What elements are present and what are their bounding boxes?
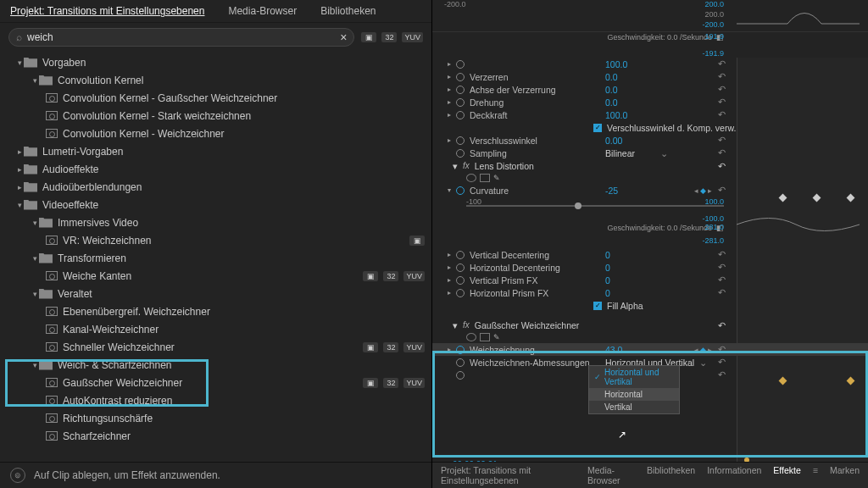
mask-pen-icon[interactable]: ✎ (493, 333, 500, 341)
stopwatch-icon[interactable] (456, 289, 465, 297)
search-clear-icon[interactable]: × (340, 30, 347, 44)
preset-vr-weich[interactable]: VR: Weichzeichnen▣ (0, 231, 431, 249)
dropdown-option[interactable]: Vertikal (589, 401, 679, 413)
reset-icon[interactable]: ↶ (718, 287, 726, 298)
mask-ellipse-icon[interactable] (466, 333, 476, 341)
checkbox-icon[interactable]: ✓ (593, 302, 602, 310)
prop-verzerren[interactable]: ▸Verzerren0.0↶ (432, 70, 868, 83)
prop-weich-dim[interactable]: Weichzeichnen-AbmessungenHorizontal und … (432, 356, 868, 369)
dropdown-option[interactable]: ✓Horizontal und Vertikal (589, 366, 679, 388)
folder-convolution-kernel[interactable]: ▾Convolution Kernel (0, 71, 431, 89)
panel-menu-icon[interactable]: ≡ (813, 465, 818, 485)
reset-icon[interactable]: ↶ (718, 84, 726, 95)
property-list[interactable]: ▸100.0↶ ▸Verzerren0.0↶ ▸Achse der Verzer… (432, 58, 868, 488)
tab-libraries[interactable]: Bibliotheken (647, 465, 695, 485)
prop-weichzeichnung[interactable]: ▸Weichzeichnung43.0◂ ◆ ▸↶ (432, 343, 868, 356)
chevron-down-icon[interactable]: ⌄ (660, 148, 668, 158)
preset-scharf[interactable]: Scharfzeichner (0, 427, 431, 445)
tab-media-browser[interactable]: Media-Browser (228, 3, 297, 19)
reset-icon[interactable]: ↶ (718, 320, 726, 330)
preset-conv-weich[interactable]: Convolution Kernel - Weichzeichner (0, 125, 431, 142)
preset-conv-stark[interactable]: Convolution Kernel - Stark weichzeichnen (0, 107, 431, 125)
slider-knob[interactable] (575, 202, 581, 209)
folder-lumetri[interactable]: ▸Lumetri-Vorgaben (0, 142, 431, 160)
tab-effects[interactable]: Effekte (773, 465, 801, 485)
stopwatch-icon[interactable] (456, 276, 465, 285)
stopwatch-icon[interactable] (456, 251, 465, 259)
search-box[interactable]: ⌕ × (8, 28, 354, 47)
preset-kanal[interactable]: Kanal-Weichzeichner (0, 320, 431, 338)
stopwatch-icon[interactable] (456, 60, 465, 69)
blur-dimensions-dropdown[interactable]: ✓Horizontal und Vertikal Horizontal Vert… (588, 365, 680, 414)
preset-gauss[interactable]: Gaußscher Weichzeichner▣32YUV (0, 374, 431, 391)
reset-icon[interactable]: ↶ (718, 185, 726, 196)
search-input[interactable] (27, 31, 340, 43)
reset-icon[interactable]: ↶ (718, 147, 726, 158)
stopwatch-icon[interactable] (456, 98, 465, 107)
badge-yuv[interactable]: YUV (402, 32, 423, 42)
folder-videofx[interactable]: ▾Videoeffekte (0, 196, 431, 214)
reset-icon[interactable]: ↶ (718, 344, 726, 355)
prop-unnamed[interactable]: ▸100.0↶ (432, 58, 868, 70)
preset-autokontrast[interactable]: AutoKontrast reduzieren (0, 391, 431, 409)
stopwatch-icon[interactable] (456, 371, 465, 380)
reset-icon[interactable]: ↶ (718, 71, 726, 82)
keyframe-nav[interactable]: ◂ ◆ ▸ (694, 346, 712, 354)
tab-media-browser[interactable]: Media-Browser (587, 465, 635, 485)
preset-ebenen[interactable]: Ebenenübergreif. Weichzeichner (0, 302, 431, 320)
preset-richtung[interactable]: Richtungsunschärfe (0, 409, 431, 427)
mask-ellipse-icon[interactable] (466, 174, 476, 182)
prop-achse[interactable]: ▸Achse der Verzerrung0.0↶ (432, 83, 868, 96)
stopwatch-icon[interactable] (456, 346, 465, 354)
chevron-down-icon[interactable]: ⌄ (699, 358, 707, 368)
dropdown-option[interactable]: Horizontal (589, 388, 679, 401)
prop-verschluss[interactable]: ▸Verschlusswinkel0.00↶ (432, 134, 868, 147)
mask-rect-icon[interactable] (480, 174, 490, 182)
reset-icon[interactable]: ↶ (718, 274, 726, 286)
stopwatch-icon[interactable] (456, 111, 465, 119)
mask-rect-icon[interactable] (480, 333, 490, 341)
folder-transform[interactable]: ▾Transformieren (0, 249, 431, 267)
reset-icon[interactable]: ↶ (718, 161, 726, 171)
effects-tree[interactable]: ▾Vorgaben ▾Convolution Kernel Convolutio… (0, 52, 431, 462)
badge-accelerated-icon[interactable]: ▣ (361, 32, 376, 42)
badge-32bit[interactable]: 32 (381, 32, 397, 42)
reset-icon[interactable]: ↶ (718, 369, 726, 380)
folder-audioblend[interactable]: ▸Audioüberblendungen (0, 178, 431, 196)
prop-horiz-decent[interactable]: ▸Horizontal Decentering0↶ (432, 261, 868, 274)
preset-schneller[interactable]: Schneller Weichzeichner▣32YUV (0, 338, 431, 356)
reset-icon[interactable]: ↶ (718, 357, 726, 368)
folder-vorgaben[interactable]: ▾Vorgaben (0, 53, 431, 71)
prop-horiz-prism[interactable]: ▸Horizontal Prism FX0↶ (432, 286, 868, 299)
curvature-range[interactable]: -100100.0 (432, 197, 868, 206)
reset-icon[interactable]: ↶ (718, 249, 726, 260)
keyframe-nav[interactable]: ◂ ◆ ▸ (694, 186, 712, 195)
stopwatch-icon[interactable] (456, 86, 465, 94)
curvature-slider[interactable] (466, 205, 724, 207)
stopwatch-icon[interactable] (456, 73, 465, 81)
reset-icon[interactable]: ↶ (718, 97, 726, 108)
prop-curvature[interactable]: ▾Curvature-25◂ ◆ ▸↶ (432, 184, 868, 197)
tab-libraries[interactable]: Bibliotheken (320, 3, 376, 19)
stopwatch-icon[interactable] (456, 149, 465, 158)
mask-pen-icon[interactable]: ✎ (493, 174, 500, 182)
folder-immersive[interactable]: ▾Immersives Video (0, 214, 431, 231)
checkbox-icon[interactable]: ✓ (593, 124, 602, 132)
tab-project[interactable]: Projekt: Transitions mit Einstellungsebe… (441, 465, 576, 485)
prop-drehung[interactable]: ▸Drehung0.0↶ (432, 96, 868, 108)
preset-weiche-kanten[interactable]: Weiche Kanten▣32YUV (0, 267, 431, 285)
folder-veraltet[interactable]: ▾Veraltet (0, 285, 431, 302)
folder-audiofx[interactable]: ▸Audioeffekte (0, 160, 431, 178)
tab-marks[interactable]: Marken (830, 465, 860, 485)
preset-conv-gauss[interactable]: Convolution Kernel - Gaußscher Weichzeic… (0, 89, 431, 107)
tab-info[interactable]: Informationen (707, 465, 761, 485)
reset-icon[interactable]: ↶ (718, 109, 726, 120)
folder-weich-scharf[interactable]: ▾Weich- & Scharfzeichnen (0, 356, 431, 374)
reset-icon[interactable]: ↶ (718, 262, 726, 273)
stopwatch-icon[interactable] (456, 136, 465, 145)
stopwatch-icon[interactable] (456, 186, 465, 195)
reset-icon[interactable]: ↶ (718, 135, 726, 146)
prop-sampling[interactable]: SamplingBilinear⌄↶ (432, 147, 868, 159)
prop-vert-prism[interactable]: ▸Vertical Prism FX0↶ (432, 274, 868, 286)
stopwatch-icon[interactable] (456, 263, 465, 272)
